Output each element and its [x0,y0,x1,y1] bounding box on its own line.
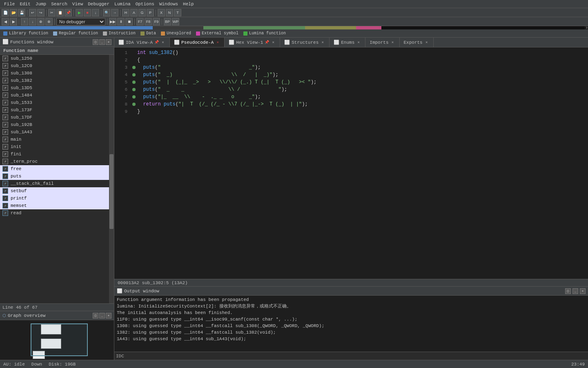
code-line-6[interactable]: 6 puts(" _ _ \\ / "); [114,86,588,93]
xref-btn[interactable]: X [158,9,165,16]
debugger-select[interactable]: No debugger [56,18,105,25]
tab-enums-close[interactable]: ✕ [356,40,361,45]
copy-btn[interactable]: 📋 [56,9,64,16]
function-item-sub17DF[interactable]: fsub_17DF [0,114,109,121]
menu-lumina[interactable]: Lumina [112,2,133,7]
run-btn[interactable]: ▶ [76,9,83,16]
output-min[interactable]: _ [572,288,578,294]
pseudo-btn[interactable]: P [147,9,154,16]
functions-panel-close[interactable]: ✕ [106,39,111,45]
tab-ida-pin[interactable]: 📌 [154,40,159,45]
function-list-scrolltrack[interactable] [109,55,114,303]
tab-pseudocode-a[interactable]: ⬜ Pseudocode-A ✕ [170,38,225,47]
function-item-puts[interactable]: fputs [0,173,109,180]
function-item-sub1382[interactable]: fsub_1382 [0,77,109,84]
function-item-sub192B[interactable]: fsub_192B [0,121,109,128]
output-input[interactable] [126,354,586,359]
code-line-7[interactable]: 7 puts("|_ __ \\ - ._ _ o _"); [114,93,588,101]
function-item-memset[interactable]: fmemset [0,202,109,209]
graph-viewport[interactable] [31,323,88,356]
menu-file[interactable]: File [2,2,17,7]
function-item-setbuf[interactable]: fsetbuf [0,187,109,195]
menu-debugger[interactable]: Debugger [85,2,112,7]
tab-hex-view-1[interactable]: ⬜ Hex View-1 📌 ✕ [225,38,280,47]
function-item-sub1533[interactable]: fsub_1533 [0,99,109,106]
function-item-sub173F[interactable]: fsub_173F [0,106,109,114]
code-line-5[interactable]: 5 puts(" | (_|_ _> > \\/\\/ (_.) T (_| T… [114,79,588,86]
save-btn[interactable]: 💾 [18,9,25,16]
menu-view[interactable]: View [70,2,85,7]
code-line-9[interactable]: 9} [114,108,588,115]
tb2-14[interactable]: WP [172,18,179,25]
tb2-11[interactable]: F8 [145,18,152,25]
function-item-main[interactable]: fmain [0,136,109,143]
tab-exports-close[interactable]: ✕ [424,40,429,45]
tb2-2[interactable]: ▶ [10,18,17,25]
tb2-6[interactable]: ⊗ [45,18,53,25]
graph-panel-float[interactable]: ◫ [93,313,98,319]
function-item-sub1250[interactable]: fsub_1250 [0,55,109,62]
function-item-sub13D5[interactable]: fsub_13D5 [0,84,109,92]
stop-btn[interactable]: ■ [84,9,91,16]
code-line-1[interactable]: 1int sub_1382() [114,49,588,56]
function-item-sub1308[interactable]: fsub_1308 [0,70,109,77]
tab-pseudo-close[interactable]: ✕ [215,40,220,45]
undo-btn[interactable]: ↩ [29,9,36,16]
code-line-4[interactable]: 4 puts(" _) \\ / | _)"); [114,71,588,79]
tab-ida-close[interactable]: ✕ [160,40,165,45]
paste-btn[interactable]: 📌 [65,9,72,16]
tab-imports[interactable]: Imports ✕ [365,38,399,47]
tb2-10[interactable]: F7 [136,18,144,25]
tb2-8[interactable]: ⏸ [117,18,125,25]
tb2-3[interactable]: ↑ [21,18,28,25]
tb2-13[interactable]: BP [164,18,171,25]
function-item-free[interactable]: ffree [0,165,109,173]
asm-btn[interactable]: A [130,9,138,16]
name-btn[interactable]: N [166,9,173,16]
tab-structures[interactable]: ⬜ Structures ✕ [280,38,330,47]
graph-panel-close[interactable]: ✕ [106,313,111,319]
output-close[interactable]: ✕ [580,288,586,294]
function-list-scrollthumb[interactable] [109,154,114,229]
code-line-8[interactable]: 8 return puts("| T (/_ (/_ - \\7 (/_ |_-… [114,101,588,108]
function-item-sub1A43[interactable]: fsub_1A43 [0,128,109,136]
function-list[interactable]: fsub_1250fsub_12C0fsub_1308fsub_1382fsub… [0,55,109,303]
function-item-_stack_chk_fail[interactable]: f__stack_chk_fail [0,180,109,187]
search-btn[interactable]: 🔍 [103,9,110,16]
redo-btn[interactable]: ↪ [37,9,45,16]
menu-search[interactable]: Search [49,2,70,7]
graph-btn[interactable]: G [138,9,146,16]
tb2-1[interactable]: ◀ [2,18,9,25]
menu-options[interactable]: Options [133,2,157,7]
menu-jump[interactable]: Jump [33,2,49,7]
output-float[interactable]: ◫ [565,288,571,294]
code-line-3[interactable]: 3 puts(" _"); [114,64,588,71]
code-line-2[interactable]: 2{ [114,56,588,64]
tab-struct-close[interactable]: ✕ [320,40,325,45]
menu-windows[interactable]: Windows [157,2,180,7]
functions-panel-float[interactable]: ◫ [93,39,98,45]
function-item-fini[interactable]: ffini [0,150,109,158]
function-item-printf[interactable]: fprintf [0,195,109,202]
function-item-sub12C0[interactable]: fsub_12C0 [0,62,109,70]
menu-help[interactable]: Help [180,2,196,7]
tab-ida-view-a[interactable]: ⬜ IDA View-A 📌 ✕ [114,38,170,47]
step-btn[interactable]: ↓ [92,9,99,16]
graph-panel-min[interactable]: _ [99,313,105,319]
tab-imports-close[interactable]: ✕ [390,40,395,45]
tb2-12[interactable]: F9 [153,18,160,25]
new-btn[interactable]: 📄 [2,9,9,16]
function-item-read[interactable]: fread [0,209,109,217]
functions-panel-min[interactable]: _ [99,39,105,45]
type-btn[interactable]: T [174,9,181,16]
code-editor[interactable]: 1int sub_1382()2{3 puts(" _");4 puts(" _… [114,47,588,279]
tb2-5[interactable]: ⊕ [37,18,45,25]
goto-btn[interactable]: → [111,9,118,16]
function-item-term_proc[interactable]: f_term_proc [0,158,109,165]
function-item-init[interactable]: finit [0,143,109,150]
function-item-sub1484[interactable]: fsub_1484 [0,92,109,99]
tab-exports[interactable]: Exports ✕ [400,38,434,47]
tab-hex-close[interactable]: ✕ [271,40,276,45]
hex-btn[interactable]: H [122,9,129,16]
cut-btn[interactable]: ✂ [48,9,56,16]
